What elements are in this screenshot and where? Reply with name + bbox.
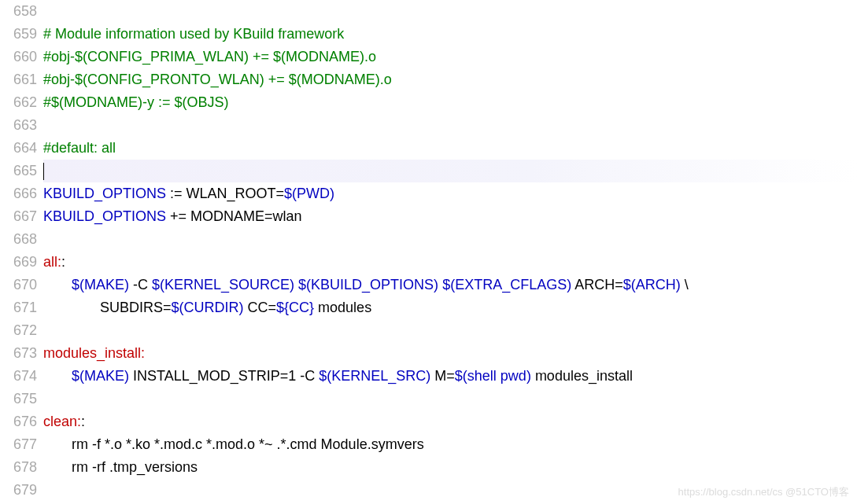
code-line[interactable]: #default: all xyxy=(43,137,857,160)
line-number: 671 xyxy=(0,296,37,319)
code-line[interactable]: SUBDIRS=$(CURDIR) CC=${CC} modules xyxy=(43,296,857,319)
code-token: $(EXTRA_CFLAGS) xyxy=(442,277,571,292)
code-line[interactable]: all:: xyxy=(43,251,857,274)
line-number: 662 xyxy=(0,91,37,114)
code-line[interactable] xyxy=(43,160,857,182)
code-token: $(KBUILD_OPTIONS) xyxy=(298,277,438,292)
line-number: 670 xyxy=(0,274,37,296)
code-token: CC= xyxy=(244,300,277,315)
line-number: 665 xyxy=(0,160,37,182)
code-token: rm -f *.o *.ko *.mod.c *.mod.o *~ .*.cmd… xyxy=(72,436,424,452)
code-line[interactable] xyxy=(43,319,857,342)
line-number: 673 xyxy=(0,342,37,365)
code-token: -C xyxy=(129,277,152,292)
code-token: := WLAN_ROOT= xyxy=(166,186,284,201)
code-token: # Module information used by KBuild fram… xyxy=(43,26,344,42)
line-number-gutter: 6586596606616626636646656666676686696706… xyxy=(0,0,43,504)
code-token: KBUILD_OPTIONS xyxy=(43,186,166,201)
line-number: 675 xyxy=(0,388,37,410)
code-line[interactable]: modules_install: xyxy=(43,342,857,365)
code-line[interactable] xyxy=(43,479,857,502)
code-line[interactable]: KBUILD_OPTIONS += MODNAME=wlan xyxy=(43,205,857,228)
code-token: $(MAKE) xyxy=(72,368,129,384)
code-token: #obj-$(CONFIG_PRIMA_WLAN) += $(MODNAME).… xyxy=(43,49,376,64)
line-number: 679 xyxy=(0,479,37,502)
code-token: #$(MODNAME)-y := $(OBJS) xyxy=(43,94,229,110)
code-line[interactable]: $(MAKE) INSTALL_MOD_STRIP=1 -C $(KERNEL_… xyxy=(43,365,857,388)
code-token: all: xyxy=(43,254,61,270)
code-editor[interactable]: 6586596606616626636646656666676686696706… xyxy=(0,0,857,504)
code-line[interactable] xyxy=(43,114,857,137)
code-token: $(ARCH) xyxy=(623,277,681,292)
code-line[interactable]: #$(MODNAME)-y := $(OBJS) xyxy=(43,91,857,114)
line-number: 660 xyxy=(0,46,37,68)
code-line[interactable]: $(MAKE) -C $(KERNEL_SOURCE) $(KBUILD_OPT… xyxy=(43,274,857,296)
code-line[interactable]: KBUILD_OPTIONS := WLAN_ROOT=$(PWD) xyxy=(43,182,857,205)
code-token: M= xyxy=(430,368,455,384)
code-token: #default: all xyxy=(43,140,116,156)
code-token: pwd) xyxy=(497,368,531,384)
line-number: 658 xyxy=(0,0,37,23)
code-token: INSTALL_MOD_STRIP=1 -C xyxy=(129,368,319,384)
code-token: $(KERNEL_SRC) xyxy=(319,368,430,384)
code-area[interactable]: # Module information used by KBuild fram… xyxy=(43,0,857,504)
code-line[interactable] xyxy=(43,228,857,251)
line-number: 674 xyxy=(0,365,37,388)
code-line[interactable]: rm -f *.o *.ko *.mod.c *.mod.o *~ .*.cmd… xyxy=(43,433,857,456)
code-line[interactable] xyxy=(43,388,857,410)
line-number: 672 xyxy=(0,319,37,342)
code-token: modules xyxy=(314,300,371,315)
line-number: 668 xyxy=(0,228,37,251)
code-token: $(CURDIR) xyxy=(172,300,244,315)
code-token: modules_install xyxy=(531,368,633,384)
code-token: modules_install: xyxy=(43,345,145,361)
line-number: 659 xyxy=(0,23,37,46)
code-token: : xyxy=(61,254,65,270)
code-token: $(MAKE) xyxy=(72,277,129,292)
code-token: += MODNAME=wlan xyxy=(166,208,302,224)
line-number: 667 xyxy=(0,205,37,228)
line-number: 676 xyxy=(0,410,37,433)
line-number: 677 xyxy=(0,433,37,456)
line-number: 664 xyxy=(0,137,37,160)
code-token: rm -rf .tmp_versions xyxy=(72,459,198,475)
line-number: 669 xyxy=(0,251,37,274)
code-token: $(PWD) xyxy=(284,186,334,201)
code-line[interactable]: rm -rf .tmp_versions xyxy=(43,456,857,479)
code-line[interactable]: clean:: xyxy=(43,410,857,433)
line-number: 663 xyxy=(0,114,37,137)
text-cursor xyxy=(43,163,44,180)
code-token: clean: xyxy=(43,414,81,429)
code-token: $( xyxy=(455,368,467,384)
code-token: #obj-$(CONFIG_PRONTO_WLAN) += $(MODNAME)… xyxy=(43,72,392,87)
code-line[interactable]: #obj-$(CONFIG_PRONTO_WLAN) += $(MODNAME)… xyxy=(43,68,857,91)
line-number: 678 xyxy=(0,456,37,479)
code-token: ARCH= xyxy=(571,277,623,292)
code-line[interactable] xyxy=(43,0,857,23)
code-token: KBUILD_OPTIONS xyxy=(43,208,166,224)
code-token: ${CC} xyxy=(276,300,314,315)
code-line[interactable]: #obj-$(CONFIG_PRIMA_WLAN) += $(MODNAME).… xyxy=(43,46,857,68)
line-number: 661 xyxy=(0,68,37,91)
code-line[interactable]: # Module information used by KBuild fram… xyxy=(43,23,857,46)
line-number: 666 xyxy=(0,182,37,205)
code-token: $(KERNEL_SOURCE) xyxy=(152,277,294,292)
code-token: SUBDIRS= xyxy=(100,300,172,315)
code-token: \ xyxy=(681,277,689,292)
code-token: : xyxy=(81,414,85,429)
code-token: shell xyxy=(467,368,497,384)
